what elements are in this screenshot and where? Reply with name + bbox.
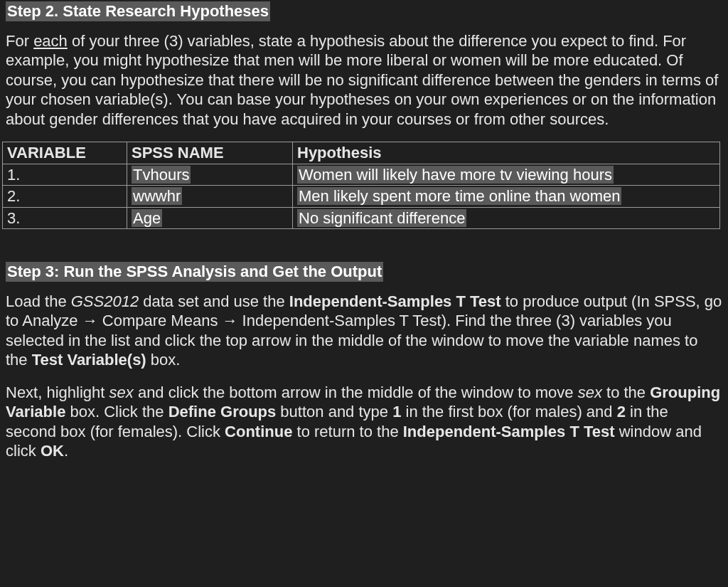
- col-header-variable: VARIABLE: [3, 142, 127, 164]
- cell-variable-number: 3.: [3, 207, 127, 229]
- cell-spss-name: wwwhr: [127, 186, 293, 208]
- arrow-icon: →: [82, 312, 98, 329]
- cell-spss-name: Tvhours: [127, 164, 293, 186]
- text: box. Click the: [65, 403, 168, 421]
- arrow-icon: →: [223, 312, 238, 329]
- text: .: [64, 442, 68, 460]
- text: and click the bottom arrow in the middle…: [134, 384, 578, 401]
- istt-bold: Independent-Samples T Test: [403, 423, 615, 440]
- two-bold: 2: [617, 403, 626, 421]
- cell-spss-name: Age: [127, 207, 293, 229]
- sex-italic: sex: [109, 384, 134, 401]
- text: For: [6, 32, 33, 50]
- cell-hypothesis: Women will likely have more tv viewing h…: [293, 164, 720, 186]
- text: box.: [146, 351, 181, 369]
- text: data set and use the: [139, 292, 289, 310]
- test-variables-bold: Test Variable(s): [32, 351, 146, 369]
- text: Compare Means: [98, 312, 223, 329]
- step3-heading-wrap: Step 3: Run the SPSS Analysis and Get th…: [6, 262, 722, 282]
- text: Load the: [6, 292, 71, 310]
- step3-heading: Step 3: Run the SPSS Analysis and Get th…: [6, 262, 383, 282]
- step2-heading-wrap: Step 2. State Research Hypotheses: [6, 1, 722, 21]
- table-row: 2. wwwhr Men likely spent more time onli…: [3, 186, 720, 208]
- underlined-each: each: [33, 32, 68, 50]
- hl-text: Men likely spent more time online than w…: [297, 187, 621, 205]
- one-bold: 1: [392, 403, 401, 421]
- define-groups-bold: Define Groups: [168, 403, 277, 421]
- step3-paragraph-1: Load the GSS2012 data set and use the In…: [6, 292, 722, 370]
- text: Next, highlight: [6, 384, 109, 401]
- hl-text: Tvhours: [132, 166, 191, 184]
- variables-table: VARIABLE SPSS NAME Hypothesis 1. Tvhours…: [2, 142, 720, 229]
- istt-bold: Independent-Samples T Test: [289, 292, 501, 310]
- col-header-spss: SPSS NAME: [127, 142, 293, 164]
- text: button and type: [276, 403, 392, 421]
- hl-text: Women will likely have more tv viewing h…: [297, 166, 614, 184]
- cell-hypothesis: No significant difference: [293, 207, 720, 229]
- hl-text: wwwhr: [132, 187, 182, 205]
- sex-italic: sex: [578, 384, 602, 401]
- spacer: [6, 229, 722, 262]
- step2-paragraph: For each of your three (3) variables, st…: [6, 31, 722, 129]
- table-row: 3. Age No significant difference: [3, 207, 720, 229]
- table-row: 1. Tvhours Women will likely have more t…: [3, 164, 720, 186]
- col-header-hypothesis: Hypothesis: [293, 142, 720, 164]
- text: to the: [602, 384, 650, 401]
- cell-variable-number: 1.: [3, 164, 127, 186]
- step2-heading: Step 2. State Research Hypotheses: [6, 1, 270, 21]
- ok-bold: OK: [41, 442, 64, 460]
- table-header-row: VARIABLE SPSS NAME Hypothesis: [3, 142, 720, 164]
- gss2012-italic: GSS2012: [71, 292, 139, 310]
- cell-hypothesis: Men likely spent more time online than w…: [293, 186, 720, 208]
- step3-paragraph-2: Next, highlight sex and click the bottom…: [6, 383, 722, 461]
- continue-bold: Continue: [225, 423, 292, 440]
- document-page: Step 2. State Research Hypotheses For ea…: [0, 0, 728, 495]
- hl-text: Age: [132, 209, 162, 227]
- text: in the first box (for males) and: [401, 403, 616, 421]
- text: of your three (3) variables, state a hyp…: [6, 32, 718, 128]
- cell-variable-number: 2.: [3, 186, 127, 208]
- hl-text: No significant difference: [297, 209, 466, 227]
- text: to return to the: [292, 423, 402, 440]
